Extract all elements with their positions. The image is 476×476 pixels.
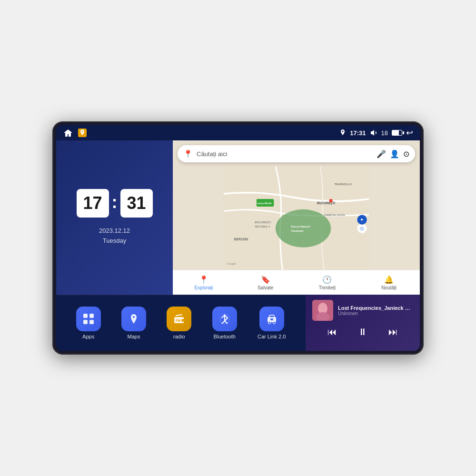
svg-text:SECTORUL 4: SECTORUL 4 <box>255 225 270 228</box>
svg-text:◎: ◎ <box>360 226 364 231</box>
svg-text:Leroy Merlin: Leroy Merlin <box>257 202 271 205</box>
clock-date-value: 2023.12.12 <box>99 226 130 236</box>
svg-point-28 <box>273 322 275 324</box>
app-item-maps[interactable]: Maps <box>121 307 146 339</box>
svg-text:TRAPEZULUI: TRAPEZULUI <box>334 183 351 186</box>
svg-text:✦: ✦ <box>360 217 364 222</box>
apps-panel: Apps Maps <box>56 295 306 351</box>
music-next-button[interactable]: ⏭ <box>388 327 398 337</box>
clock-date: 2023.12.12 Tuesday <box>99 226 130 246</box>
radio-icon: FM <box>167 307 191 331</box>
map-content-area: Parcul Natural Văcărești Leroy Merlin BE… <box>173 166 420 270</box>
gps-icon <box>339 129 346 136</box>
device-body: 17:31 18 ↩ 17 <box>52 121 424 355</box>
music-prev-button[interactable]: ⏮ <box>327 327 337 337</box>
svg-rect-20 <box>83 320 88 324</box>
svg-rect-18 <box>83 314 88 318</box>
clock-colon: : <box>112 192 118 212</box>
explore-label: Explorați <box>194 285 213 290</box>
svg-text:BUCUREȘTI: BUCUREȘTI <box>255 221 271 224</box>
share-icon: 🕐 <box>322 275 332 284</box>
svg-point-1 <box>276 209 331 248</box>
svg-text:Văcărești: Văcărești <box>291 229 304 232</box>
map-panel: 📍 Căutați aici 🎤 👤 ⊙ <box>173 140 420 295</box>
music-info: Lost Frequencies_Janieck Devy-... Unknow… <box>312 300 413 321</box>
svg-text:Parcul Natural: Parcul Natural <box>291 225 310 228</box>
bluetooth-label: Bluetooth <box>213 334 235 339</box>
map-search-icons: 🎤 👤 ⊙ <box>377 149 409 159</box>
map-nav-share[interactable]: 🕐 Trimiteți <box>297 275 358 290</box>
map-nav-saved[interactable]: 🔖 Salvate <box>235 275 297 290</box>
account-icon[interactable]: 👤 <box>390 149 399 159</box>
svg-rect-29 <box>270 318 273 320</box>
home-icon[interactable] <box>63 129 73 137</box>
saved-icon: 🔖 <box>261 275 270 284</box>
svg-rect-21 <box>89 320 94 324</box>
music-text: Lost Frequencies_Janieck Devy-... Unknow… <box>338 305 413 316</box>
app-item-carlink[interactable]: Car Link 2.0 <box>258 307 286 339</box>
maps-status-icon <box>78 129 87 137</box>
layers-icon[interactable]: ⊙ <box>403 149 409 159</box>
maps-icon <box>121 307 146 331</box>
svg-text:Google: Google <box>227 262 236 265</box>
status-left <box>63 129 87 137</box>
music-artist: Unknown <box>338 311 413 316</box>
carlink-label: Car Link 2.0 <box>258 334 286 339</box>
map-search-bar[interactable]: 📍 Căutați aici 🎤 👤 ⊙ <box>178 145 415 162</box>
news-icon: 🔔 <box>384 275 394 284</box>
bottom-section: Apps Maps <box>56 295 420 351</box>
music-panel: Lost Frequencies_Janieck Devy-... Unknow… <box>306 295 420 351</box>
radio-label: radio <box>173 334 185 339</box>
status-right: 17:31 18 ↩ <box>339 128 413 138</box>
clock-hours: 17 <box>77 189 109 218</box>
signal-level: 18 <box>381 129 388 137</box>
status-bar: 17:31 18 ↩ <box>56 125 420 140</box>
carlink-icon <box>259 307 284 331</box>
battery-icon <box>392 130 402 136</box>
map-nav-explore[interactable]: 📍 Explorați <box>173 275 235 290</box>
main-content: 17 : 31 2023.12.12 Tuesday 📍 Căutați aic… <box>56 140 420 351</box>
explore-icon: 📍 <box>199 275 208 284</box>
svg-point-24 <box>181 319 184 322</box>
svg-rect-19 <box>89 314 94 318</box>
clock-display: 17 : 31 <box>77 189 153 218</box>
map-nav-news[interactable]: 🔔 Noutăți <box>358 275 420 290</box>
top-section: 17 : 31 2023.12.12 Tuesday 📍 Căutați aic… <box>56 140 420 295</box>
clock-panel: 17 : 31 2023.12.12 Tuesday <box>56 140 173 295</box>
news-label: Noutăți <box>381 285 397 290</box>
map-search-text[interactable]: Căutați aici <box>197 150 373 158</box>
svg-text:BERCENI: BERCENI <box>234 238 248 241</box>
music-controls: ⏮ ⏸ ⏭ <box>312 325 413 339</box>
app-item-apps[interactable]: Apps <box>76 307 101 339</box>
svg-text:BUCUREȘTI: BUCUREȘTI <box>317 201 335 205</box>
maps-label: Maps <box>128 334 140 339</box>
svg-point-13 <box>329 199 333 202</box>
voice-search-icon[interactable]: 🎤 <box>377 149 386 159</box>
apps-label: Apps <box>82 334 94 339</box>
back-button[interactable]: ↩ <box>406 128 413 138</box>
svg-text:JUDEȚUL ILFOV: JUDEȚUL ILFOV <box>324 214 345 217</box>
status-time: 17:31 <box>350 129 366 137</box>
share-label: Trimiteți <box>319 285 336 290</box>
app-item-bluetooth[interactable]: Bluetooth <box>212 307 237 339</box>
volume-icon <box>370 129 377 136</box>
clock-minutes: 31 <box>120 189 153 218</box>
app-item-radio[interactable]: FM radio <box>167 307 191 339</box>
svg-point-27 <box>268 322 270 324</box>
map-pin-icon: 📍 <box>183 149 193 159</box>
music-title: Lost Frequencies_Janieck Devy-... <box>338 305 413 311</box>
clock-day-value: Tuesday <box>99 236 130 246</box>
map-bottom-nav: 📍 Explorați 🔖 Salvate 🕐 Trimiteți � <box>173 270 420 295</box>
bluetooth-icon-app <box>212 307 237 331</box>
apps-icon <box>76 307 101 331</box>
saved-label: Salvate <box>258 285 273 290</box>
svg-text:FM: FM <box>176 319 180 322</box>
device-screen: 17:31 18 ↩ 17 <box>56 125 420 351</box>
music-playpause-button[interactable]: ⏸ <box>358 327 367 337</box>
music-thumbnail <box>312 300 333 321</box>
